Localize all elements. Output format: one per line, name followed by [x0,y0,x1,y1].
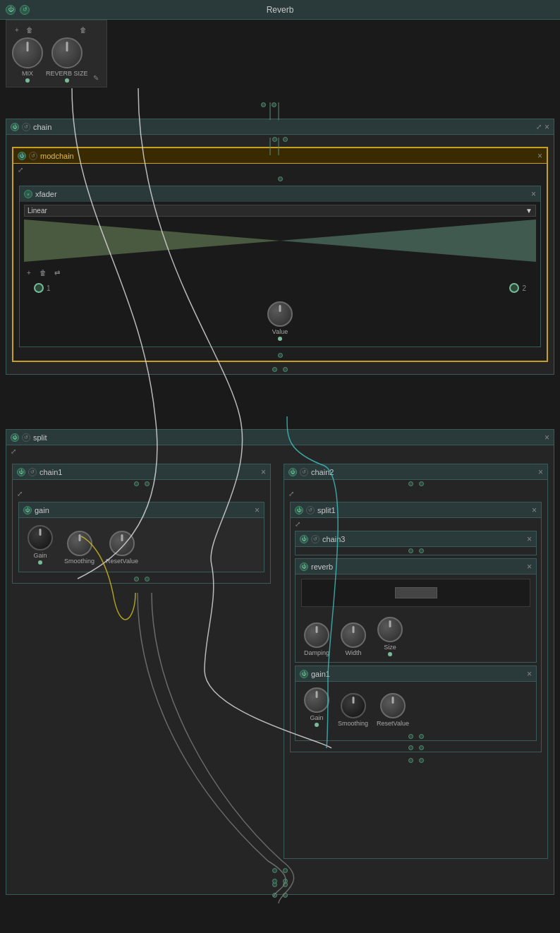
split-cycle[interactable]: ↺ [22,433,30,442]
chain3-close[interactable]: × [527,535,532,543]
chain3-header-left: ⏻ ↺ chain3 [300,535,345,543]
smoothing1-knob[interactable] [341,693,366,718]
pencil-icon[interactable]: ✎ [91,73,101,83]
xfader-swap-icon[interactable]: ⇄ [52,267,62,277]
damping-knob[interactable] [304,622,329,648]
split1-expand[interactable]: ⤢ [295,520,300,528]
split-header-left: ⏻ ↺ split [11,433,47,442]
reverb-size-port[interactable] [65,78,69,83]
chain1-conn-top-2[interactable] [145,481,150,486]
gain1-port[interactable] [315,723,319,727]
channel-2-dot[interactable] [509,283,519,293]
resetvalue1-knob[interactable] [380,693,406,718]
split1-cycle[interactable]: ↺ [306,506,315,514]
split-conn-1[interactable] [272,868,277,873]
channel-1-dot[interactable] [34,283,44,293]
chain1-conn-top-1[interactable] [134,481,139,486]
split1-conn-2[interactable] [419,745,424,750]
chain-conn-2[interactable] [283,137,288,142]
chain2-conn-bot-2[interactable] [419,758,424,763]
chain3-conn-2[interactable] [419,548,424,553]
split-close[interactable]: × [544,433,549,442]
xfader-dropdown[interactable]: Linear ▼ [24,205,536,217]
size-knob[interactable] [377,617,403,642]
chain1-cycle[interactable]: ↺ [28,468,37,476]
chain2-expand[interactable]: ⤢ [288,490,294,498]
chain1-close[interactable]: × [261,468,266,476]
chain-panel: ⏻ ↺ chain ⤢ × ⏻ ↺ modchain × ⤢ [6,119,554,375]
chain-bottom-conn-1[interactable] [272,367,277,372]
value-knob[interactable] [267,301,293,327]
bottom-conn-3[interactable] [272,893,277,898]
chain-cycle[interactable]: ↺ [22,123,30,131]
gain-knob-port[interactable] [38,560,42,565]
split-expand[interactable]: ⤢ [11,447,16,455]
chain1-header: ⏻ ↺ chain1 × [13,464,270,480]
split1-close[interactable]: × [532,506,537,514]
chain3-power[interactable]: ⏻ [300,535,308,543]
power-button[interactable]: ⏻ [6,5,16,15]
modchain-cycle[interactable]: ↺ [29,152,37,160]
chain1-conn-bot-2[interactable] [145,577,150,582]
modchain-title: modchain [40,152,74,160]
xfader-power[interactable]: × [24,190,32,198]
modchain-close[interactable]: × [537,152,542,160]
modchain-header: ⏻ ↺ modchain × [13,148,547,164]
resetvalue-knob[interactable] [109,531,135,556]
bottom-conn-2[interactable] [283,879,288,884]
gain1-conn-1[interactable] [408,734,413,739]
connector-1[interactable] [261,102,266,107]
chain2-conn-top-2[interactable] [419,481,424,486]
add-icon[interactable]: + [12,25,22,35]
chain3-cycle[interactable]: ↺ [311,535,319,543]
chain2-cycle[interactable]: ↺ [300,468,308,476]
bottom-conn-4[interactable] [283,893,288,898]
chain2-power[interactable]: ⏻ [288,468,297,476]
gain1-knob[interactable] [304,687,329,713]
gain1-power[interactable]: ⏻ [300,670,308,678]
mix-knob[interactable] [12,37,43,68]
chain1-conn-bot-1[interactable] [134,577,139,582]
chain-power[interactable]: ⏻ [11,123,19,131]
chain3-conn-1[interactable] [408,548,413,553]
modchain-expand[interactable]: ⤢ [18,166,23,174]
chain2-conn-bot-1[interactable] [408,758,413,763]
gain-power[interactable]: ⏻ [23,506,32,514]
modchain-conn[interactable] [278,176,283,181]
width-knob[interactable] [341,622,366,648]
chain-bottom-conn-2[interactable] [283,367,288,372]
reverb-close[interactable]: × [527,562,532,571]
modchain-power[interactable]: ⏻ [18,152,26,160]
chain-conn-1[interactable] [272,137,277,142]
chain-close[interactable]: × [544,123,549,131]
split-power[interactable]: ⏻ [11,433,19,442]
modchain-bottom-conn[interactable] [278,353,283,358]
reverb-power[interactable]: ⏻ [300,562,308,571]
chain-expand[interactable]: ⤢ [536,123,542,131]
reverb-size-knob[interactable] [51,37,83,68]
value-port[interactable] [278,337,282,341]
reverb-delete-icon[interactable]: 🗑 [78,25,88,35]
bottom-conn-1[interactable] [272,879,277,884]
gain-knob[interactable] [28,525,53,550]
chain1-power[interactable]: ⏻ [17,468,25,476]
mix-port[interactable] [25,78,30,83]
reverb-header-left: ⏻ reverb [300,562,333,571]
chain1-expand[interactable]: ⤢ [17,490,23,498]
split-conn-2[interactable] [283,868,288,873]
gain-close[interactable]: × [255,506,260,514]
xfader-add-icon[interactable]: + [24,267,34,277]
cycle-button[interactable]: ↺ [20,5,30,15]
xfader-close[interactable]: × [531,190,536,198]
split1-conn-1[interactable] [408,745,413,750]
chain2-close[interactable]: × [538,468,543,476]
gain1-conn-2[interactable] [419,734,424,739]
smoothing-knob[interactable] [67,531,92,556]
split1-power[interactable]: ⏻ [295,506,303,514]
gain1-close[interactable]: × [527,670,532,678]
chain2-conn-top-1[interactable] [408,481,413,486]
size-port[interactable] [388,652,392,656]
delete-icon[interactable]: 🗑 [25,25,35,35]
xfader-delete-icon[interactable]: 🗑 [38,267,48,277]
connector-2[interactable] [272,102,276,107]
